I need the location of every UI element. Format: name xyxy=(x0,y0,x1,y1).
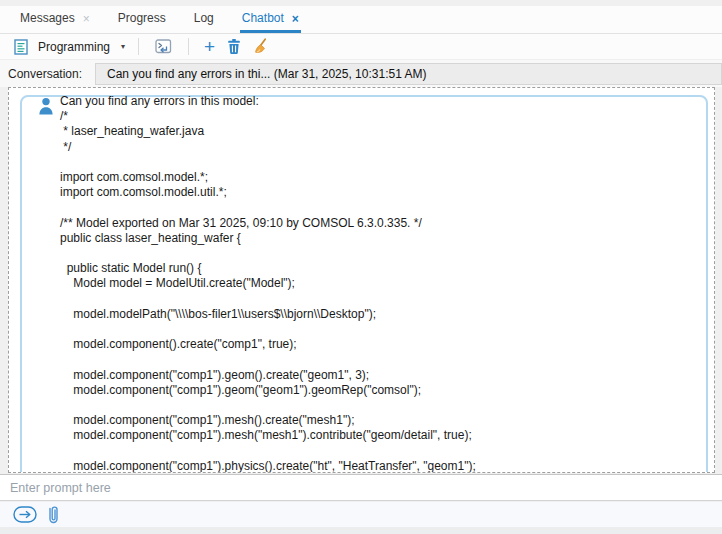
chevron-down-icon[interactable]: ▾ xyxy=(121,42,125,51)
user-message-text: Can you find any errors in this model: /… xyxy=(60,94,705,473)
delete-conversation-button[interactable] xyxy=(224,37,244,56)
conversation-selected-value: Can you find any errors in thi... (Mar 3… xyxy=(107,67,427,81)
prompt-row xyxy=(0,474,722,501)
toolbar-separator xyxy=(138,38,139,55)
tab-log-label: Log xyxy=(194,11,214,25)
window-bottom-strip xyxy=(0,527,722,534)
send-button[interactable] xyxy=(13,506,37,523)
conversation-row: Conversation: Can you find any errors in… xyxy=(0,60,722,87)
mode-select-label[interactable]: Programming xyxy=(38,40,110,54)
conversation-label: Conversation: xyxy=(8,67,95,81)
prompt-input[interactable] xyxy=(0,475,722,500)
plus-icon: + xyxy=(204,40,215,54)
prompt-action-row xyxy=(0,502,722,527)
close-icon[interactable]: × xyxy=(83,13,90,25)
tab-messages-label: Messages xyxy=(20,11,75,25)
script-icon xyxy=(12,38,30,56)
toolbar-separator xyxy=(188,38,189,55)
user-avatar-icon xyxy=(38,97,54,116)
add-conversation-button[interactable]: + xyxy=(202,39,217,55)
transfer-to-editor-button[interactable] xyxy=(152,37,175,57)
chat-transcript[interactable]: Can you find any errors in this model: /… xyxy=(8,87,715,473)
tab-bar: Messages × Progress Log Chatbot × xyxy=(0,6,722,34)
tab-chatbot[interactable]: Chatbot × xyxy=(240,6,301,33)
tab-messages[interactable]: Messages × xyxy=(18,6,92,33)
tab-progress-label: Progress xyxy=(118,11,166,25)
chatbot-toolbar: Programming ▾ + xyxy=(0,34,722,60)
conversation-select[interactable]: Can you find any errors in thi... (Mar 3… xyxy=(95,63,722,85)
tab-log[interactable]: Log xyxy=(192,6,216,33)
tab-chatbot-label: Chatbot xyxy=(242,11,284,25)
attach-file-button[interactable] xyxy=(46,504,60,526)
clear-conversation-button[interactable] xyxy=(251,37,271,56)
tab-progress[interactable]: Progress xyxy=(116,6,168,33)
close-icon[interactable]: × xyxy=(292,13,299,25)
